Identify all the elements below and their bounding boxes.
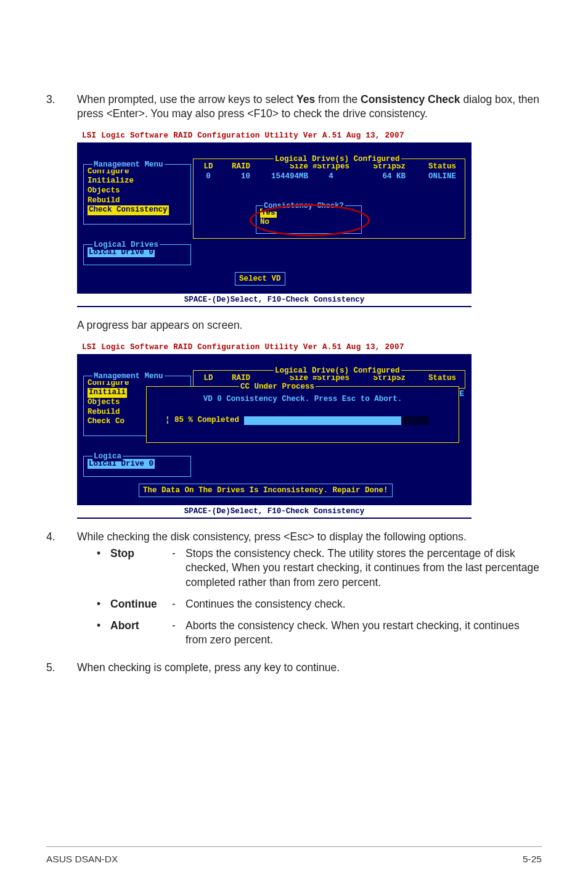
management-menu-label: Management Menu [92, 371, 165, 382]
bullet-desc: Stops the consistency check. The utility… [186, 547, 542, 589]
bullet-dash: - [172, 547, 186, 589]
cell-size: 154494MB [250, 171, 308, 182]
status-bar: SPACE-(De)Select, F10-Check Consistency [77, 505, 472, 518]
configured-drives-label: Logical Drive(s) Configured [274, 366, 401, 376]
management-menu-items: Configure Initialize Objects Rebuild Che… [84, 165, 190, 218]
bullet-term: Continue [110, 597, 172, 611]
bullet-dash: - [172, 619, 186, 647]
step-3: 3. When prompted, use the arrow keys to … [46, 93, 542, 121]
progress-bar [244, 416, 429, 425]
bullet-continue: • Continue - Continues the consistency c… [97, 597, 542, 611]
menu-item-initialize-cut[interactable]: Initiali [88, 388, 127, 398]
bullet-desc: Aborts the consistency check. When you r… [186, 619, 542, 647]
cell-ld: 0 [197, 171, 219, 182]
page-footer: ASUS DSAN-DX 5-25 [46, 846, 542, 865]
terminal-title: LSI Logic Software RAID Configuration Ut… [77, 130, 472, 142]
terminal-body: Management Menu Configure Initialize Obj… [77, 142, 472, 294]
bullet-dot: • [97, 619, 110, 647]
table-row: 0 10 154494MB 4 64 KB ONLINE [194, 171, 465, 182]
logical-drives-label-cut: Logica [92, 452, 123, 462]
step-4-text: While checking the disk consistency, pre… [77, 530, 542, 544]
text: When prompted, use the arrow keys to sel… [77, 93, 296, 105]
terminal-screenshot-2: LSI Logic Software RAID Configuration Ut… [77, 341, 472, 519]
terminal-screenshot-1: LSI Logic Software RAID Configuration Ut… [77, 130, 472, 307]
bullet-desc: Continues the consistency check. [186, 597, 542, 611]
bold-yes: Yes [296, 93, 315, 105]
cell-raid: 10 [219, 171, 250, 182]
step-number: 4. [46, 530, 77, 654]
logical-drives-box: Logica Loical Drive 0 [83, 456, 191, 477]
terminal-body: Management Menu Configure Initiali Objec… [77, 354, 472, 505]
step-5-text: When checking is complete, press any key… [77, 661, 542, 675]
menu-item-initialize[interactable]: Initialize [88, 176, 187, 186]
progress-fill [244, 416, 401, 425]
caption-progress-bar: A progress bar appears on screen. [77, 318, 542, 332]
menu-item-check-consistency[interactable]: Check Consistency [88, 205, 169, 215]
cell-status: ONLINE [406, 171, 456, 182]
bullet-dot: • [97, 597, 110, 611]
step-5: 5. When checking is complete, press any … [46, 661, 542, 675]
bullet-abort: • Abort - Aborts the consistency check. … [97, 619, 542, 647]
logical-drives-box: Logical Drives Loical Drive 0 [83, 244, 191, 265]
bullet-term: Abort [110, 619, 172, 647]
col-status: Status [406, 373, 456, 384]
menu-item-rebuild[interactable]: Rebuild [88, 196, 187, 206]
management-menu-box: Management Menu Configure Initialize Obj… [83, 164, 191, 225]
footer-right: 5-25 [523, 853, 542, 865]
step-number: 3. [46, 93, 77, 121]
step-4-body: While checking the disk consistency, pre… [77, 530, 542, 654]
progress-row: ¦ 85 % Completed [165, 415, 459, 426]
bullet-term: Stop [110, 547, 172, 589]
bullet-stop: • Stop - Stops the consistency check. Th… [97, 547, 542, 589]
col-ld: LD [197, 162, 219, 172]
cc-under-process-label: CC Under Process [239, 382, 316, 392]
footer-left: ASUS DSAN-DX [46, 853, 118, 865]
progress-label: ¦ 85 % Completed [165, 415, 239, 426]
step-4: 4. While checking the disk consistency, … [46, 530, 542, 654]
cell-stripes: 4 [308, 171, 354, 182]
col-ld: LD [197, 373, 219, 384]
step-number: 5. [46, 661, 77, 675]
cc-abort-text: VD 0 Consistency Check. Press Esc to Abo… [147, 394, 459, 405]
repair-done-message: The Data On The Drives Is Inconsistency.… [139, 484, 393, 498]
terminal-title: LSI Logic Software RAID Configuration Ut… [77, 341, 472, 354]
step-4-bullets: • Stop - Stops the consistency check. Th… [97, 547, 542, 647]
text: from the [315, 93, 361, 105]
col-status: Status [406, 162, 456, 172]
cell-stripsz: 64 KB [354, 171, 406, 182]
management-menu-label: Management Menu [92, 160, 165, 170]
bullet-dash: - [172, 597, 186, 611]
select-vd-button[interactable]: Select VD [235, 272, 285, 286]
step-3-text: When prompted, use the arrow keys to sel… [77, 93, 542, 121]
menu-item-objects[interactable]: Objects [88, 186, 187, 196]
red-highlight-oval [250, 204, 370, 236]
status-bar: SPACE-(De)Select, F10-Check Consistency [77, 294, 472, 307]
logical-drives-label: Logical Drives [92, 240, 160, 250]
bold-consistency-check: Consistency Check [361, 93, 460, 105]
cc-under-process-box: CC Under Process VD 0 Consistency Check.… [146, 386, 459, 443]
col-raid: RAID [219, 162, 250, 172]
configured-drives-label: Logical Drive(s) Configured [274, 154, 401, 165]
bullet-dot: • [97, 547, 110, 589]
